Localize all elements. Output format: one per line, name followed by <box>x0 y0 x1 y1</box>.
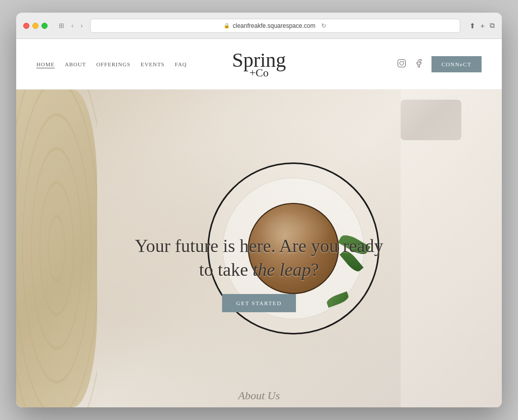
nav-faq[interactable]: FAQ <box>175 61 187 67</box>
hero-headline-italic: the leap <box>253 260 311 280</box>
forward-button[interactable]: › <box>78 21 84 30</box>
nav-right: CONNeCT <box>397 56 482 72</box>
hero-content: Your future is here. Are you ready to ta… <box>107 234 411 312</box>
svg-rect-0 <box>398 59 405 67</box>
tabs-icon[interactable]: ⧉ <box>490 21 495 30</box>
marble-decoration <box>401 100 461 140</box>
address-bar[interactable]: 🔒 cleanfreakfe.squarespace.com ↻ <box>90 19 460 33</box>
fabric-left-decoration <box>16 90 97 407</box>
browser-window: ⊞ ‹ › 🔒 cleanfreakfe.squarespace.com ↻ ⬆… <box>16 13 502 407</box>
nav-events[interactable]: EVENTS <box>141 61 164 67</box>
website: HOME ABOUT OFFERINGS EVENTS FAQ Spring +… <box>16 39 502 407</box>
nav-left: HOME ABOUT OFFERINGS EVENTS FAQ <box>36 61 187 67</box>
get-started-button[interactable]: GET STARTED <box>222 294 296 312</box>
traffic-light-yellow[interactable] <box>32 23 38 29</box>
browser-actions: ⬆ + ⧉ <box>469 21 495 30</box>
traffic-lights <box>23 23 48 29</box>
about-teaser: About Us <box>238 389 280 402</box>
new-tab-icon[interactable]: + <box>481 22 485 30</box>
window-layout-icon[interactable]: ⊞ <box>57 21 66 30</box>
browser-controls: ⊞ ‹ › <box>57 21 85 30</box>
logo-plus-co-text: +Co <box>249 67 269 78</box>
hero-section: Your future is here. Are you ready to ta… <box>16 90 502 407</box>
nav-offerings[interactable]: OFFERINGS <box>96 61 131 67</box>
about-teaser-text: About Us <box>238 389 280 402</box>
site-logo[interactable]: Spring +Co <box>232 50 286 78</box>
refresh-icon[interactable]: ↻ <box>321 22 326 29</box>
fabric-pattern <box>16 90 97 407</box>
url-text: cleanfreakfe.squarespace.com <box>233 22 315 29</box>
lock-icon: 🔒 <box>224 23 230 28</box>
facebook-icon[interactable] <box>414 59 423 70</box>
hero-headline-line2: to take <box>199 260 253 280</box>
traffic-light-red[interactable] <box>23 23 29 29</box>
browser-chrome: ⊞ ‹ › 🔒 cleanfreakfe.squarespace.com ↻ ⬆… <box>16 13 502 39</box>
svg-point-1 <box>400 61 404 65</box>
nav-home[interactable]: HOME <box>36 61 55 67</box>
hero-headline: Your future is here. Are you ready to ta… <box>107 234 411 282</box>
back-button[interactable]: ‹ <box>69 21 75 30</box>
svg-point-2 <box>403 61 404 62</box>
nav-about[interactable]: ABOUT <box>65 61 86 67</box>
navigation: HOME ABOUT OFFERINGS EVENTS FAQ Spring +… <box>16 39 502 90</box>
instagram-icon[interactable] <box>397 59 406 70</box>
hero-headline-end: ? <box>311 260 319 280</box>
traffic-light-green[interactable] <box>41 23 48 29</box>
connect-button[interactable]: CONNeCT <box>431 56 482 72</box>
share-icon[interactable]: ⬆ <box>469 22 476 30</box>
hero-headline-line1: Your future is here. Are you ready <box>135 236 383 256</box>
